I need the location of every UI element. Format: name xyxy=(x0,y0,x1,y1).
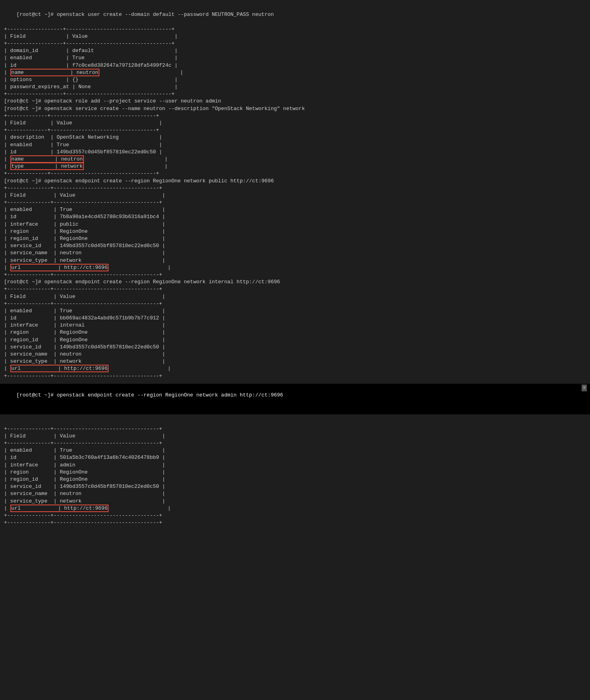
table1-row-password: | password_expires_at | None | xyxy=(4,84,178,90)
table3-mid-sep: +--------------+------------------------… xyxy=(4,199,162,205)
table1-row-name: | name | neutron | xyxy=(4,69,183,76)
highlighted-command-bar: [root@ct ~]# openstack endpoint create -… xyxy=(0,384,590,414)
table2-row-description: | description | OpenStack Networking | xyxy=(4,134,162,140)
table5-row-service_name: | service_name | neutron | xyxy=(4,491,165,497)
table4-mid-sep: +--------------+------------------------… xyxy=(4,301,162,307)
table5-bot-sep: +--------------+------------------------… xyxy=(4,512,162,518)
table3-top-sep: +--------------+------------------------… xyxy=(4,185,162,191)
table4-row-service_type: | service_type | network | xyxy=(4,358,165,364)
table2-header: | Field | Value | xyxy=(4,120,162,126)
table3-row-service_type: | service_type | network | xyxy=(4,257,165,263)
table4-row-url: | url | http://ct:9696 | xyxy=(4,365,171,372)
table3-row-interface: | interface | public | xyxy=(4,221,165,227)
table1-header: | Field | Value | xyxy=(4,33,178,39)
endpoint-internal-command: [root@ct ~]# openstack endpoint create -… xyxy=(4,279,280,285)
terminal-container: [root@ct ~]# openstack user create --dom… xyxy=(0,0,590,700)
table3-row-region_id: | region_id | RegionOne | xyxy=(4,236,165,242)
table5-row-id: | id | 501a5b3c760a4f13a6b74c4026478bb9 … xyxy=(4,454,165,460)
table3-bot-sep: +--------------+------------------------… xyxy=(4,272,162,278)
table2-row-name: | name | neutron | xyxy=(4,155,168,163)
terminal-content-2: +--------------+------------------------… xyxy=(0,414,590,531)
scrollbar-icon: ≡ xyxy=(582,385,587,391)
table5-row-interface: | interface | admin | xyxy=(4,462,165,468)
table4-header: | Field | Value | xyxy=(4,294,165,300)
table3-row-url: | url | http://ct:9696 | xyxy=(4,264,171,271)
table3-row-id: | id | 7b8a90a1e4cd452780c93b6316a91bc4 … xyxy=(4,214,165,220)
table2-bot-sep: +-------------+-------------------------… xyxy=(4,170,159,176)
highlight-url-5: url | http://ct:9696 xyxy=(10,505,109,512)
table5-final-sep: +--------------+------------------------… xyxy=(4,520,162,526)
table5-row-url: | url | http://ct:9696 | xyxy=(4,505,171,512)
table4-row-region: | region | RegionOne | xyxy=(4,329,165,335)
table5-top-sep: +--------------+------------------------… xyxy=(4,426,162,432)
table3-row-enabled: | enabled | True | xyxy=(4,207,165,213)
table4-row-service_name: | service_name | neutron | xyxy=(4,351,165,357)
table4-row-enabled: | enabled | True | xyxy=(4,308,165,314)
highlight-name-1: name | neutron xyxy=(10,69,99,76)
table4-top-sep: +--------------+------------------------… xyxy=(4,286,162,292)
table4-row-region_id: | region_id | RegionOne | xyxy=(4,337,165,343)
table3-row-region: | region | RegionOne | xyxy=(4,228,165,234)
service-create-command: [root@ct ~]# openstack service create --… xyxy=(4,106,305,112)
user-create-command: [root@ct ~]# openstack user create --dom… xyxy=(16,12,274,17)
table1-row-domain_id: | domain_id | default | xyxy=(4,48,178,54)
table5-row-region: | region | RegionOne | xyxy=(4,469,165,475)
table1-row-id: | id | f7c0ce8d382647a797128dfa5499f24c … xyxy=(4,62,178,68)
highlight-url-4: url | http://ct:9696 xyxy=(10,365,109,372)
highlight-name-2: name | neutron xyxy=(10,155,84,163)
table1-mid-sep: +------------------+--------------------… xyxy=(4,41,175,46)
endpoint-public-command: [root@ct ~]# openstack endpoint create -… xyxy=(4,178,274,184)
table2-row-enabled: | enabled | True | xyxy=(4,142,162,148)
highlight-type-2: type | network xyxy=(10,162,84,170)
table5-row-service_type: | service_type | network | xyxy=(4,498,165,504)
endpoint-admin-command: [root@ct ~]# openstack endpoint create -… xyxy=(16,392,283,398)
table4-bot-sep: +--------------+------------------------… xyxy=(4,373,162,379)
table5-row-enabled: | enabled | True | xyxy=(4,447,165,453)
terminal-content: [root@ct ~]# openstack user create --dom… xyxy=(0,0,590,384)
table3-header: | Field | Value | xyxy=(4,192,165,198)
table5-row-service_id: | service_id | 149bd3557c0d45bf857810ec2… xyxy=(4,483,165,489)
table1-row-enabled: | enabled | True | xyxy=(4,55,178,61)
table2-top-sep: +-------------+-------------------------… xyxy=(4,113,159,119)
role-add-command: [root@ct ~]# openstack role add --projec… xyxy=(4,98,221,104)
table5-row-region_id: | region_id | RegionOne | xyxy=(4,476,165,482)
table3-row-service_name: | service_name | neutron | xyxy=(4,250,165,256)
table4-row-id: | id | bb069ac4832a4abd9c571b9b7b77c912 … xyxy=(4,315,165,321)
highlight-url-3: url | http://ct:9696 xyxy=(10,264,109,271)
table4-row-interface: | interface | internal | xyxy=(4,322,165,328)
table5-header: | Field | Value | xyxy=(4,433,165,439)
table2-row-type: | type | network | xyxy=(4,162,168,170)
table1-bot-sep: +------------------+--------------------… xyxy=(4,91,175,97)
table1-top-sep: +------------------+--------------------… xyxy=(4,26,175,32)
table4-row-service_id: | service_id | 149bd3557c0d45bf857810ec2… xyxy=(4,344,165,350)
table5-mid-sep: +--------------+------------------------… xyxy=(4,440,162,446)
table2-row-id: | id | 149bd3557c0d45bf857810ec22ed0c50 … xyxy=(4,149,162,155)
table2-mid-sep: +-------------+-------------------------… xyxy=(4,127,159,133)
table3-row-service_id: | service_id | 149bd3557c0d45bf857810ec2… xyxy=(4,243,165,249)
table1-row-options: | options | {} | xyxy=(4,77,178,83)
